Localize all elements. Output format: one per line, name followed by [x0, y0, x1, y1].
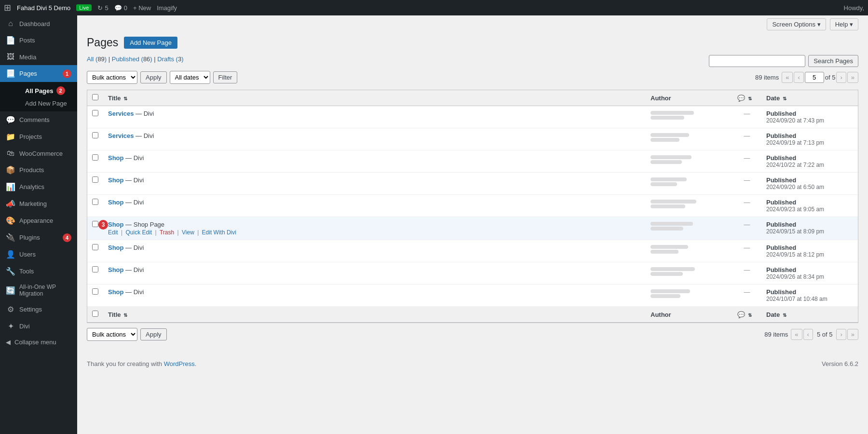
row-action-view[interactable]: View	[182, 229, 194, 236]
all-pages-label: All Pages	[25, 87, 54, 95]
row-checkbox[interactable]	[92, 221, 98, 227]
author-cell	[646, 285, 732, 307]
sidebar-item-projects[interactable]: 📁 Projects	[0, 128, 77, 145]
site-name[interactable]: Fahad Divi 5 Demo	[17, 4, 70, 12]
row-checkbox[interactable]	[92, 176, 98, 183]
products-icon: 📦	[6, 165, 15, 175]
row-checkbox[interactable]	[92, 244, 98, 250]
page-title-link[interactable]: Shop	[108, 244, 124, 251]
page-number-input[interactable]	[805, 72, 824, 83]
sidebar-item-divi[interactable]: ✦ Divi	[0, 318, 77, 335]
sidebar-item-tools[interactable]: 🔧 Tools	[0, 263, 77, 280]
howdy-text: Howdy,	[844, 4, 864, 12]
imagify-link[interactable]: Imagify	[157, 4, 177, 12]
row-action-quick-edit[interactable]: Quick Edit	[125, 229, 152, 236]
page-title-link[interactable]: Shop	[108, 221, 124, 228]
sidebar-item-comments[interactable]: 💬 Comments	[0, 111, 77, 128]
search-input[interactable]	[709, 55, 805, 67]
page-title-link[interactable]: Shop	[108, 176, 124, 184]
page-title-link[interactable]: Shop	[108, 266, 124, 273]
title-header[interactable]: Title ⇅	[103, 90, 646, 106]
add-new-page-button[interactable]: Add New Page	[124, 37, 177, 49]
sidebar-item-users[interactable]: 👤 Users	[0, 246, 77, 263]
prev-page-button[interactable]: ‹	[794, 72, 803, 83]
published-filter-link[interactable]: Published (86)	[112, 55, 152, 63]
row-checkbox[interactable]	[92, 288, 98, 295]
all-filter-link[interactable]: All (89)	[87, 55, 107, 63]
first-page-button[interactable]: «	[782, 72, 793, 83]
next-page-button[interactable]: ›	[836, 72, 846, 83]
footer-comments-sort-icon: ⇅	[748, 312, 752, 318]
version-label: Version 6.6.2	[822, 360, 858, 367]
sidebar-item-products[interactable]: 📦 Products	[0, 162, 77, 178]
updates-link[interactable]: ↻ 5	[97, 4, 108, 12]
comments-link[interactable]: 💬 0	[114, 4, 127, 12]
search-area: Search Pages	[709, 55, 858, 67]
bottom-apply-button[interactable]: Apply	[140, 328, 167, 340]
sidebar-item-pages[interactable]: 📃 Pages 1	[0, 65, 77, 82]
page-title-link[interactable]: Shop	[108, 154, 124, 162]
page-title-link[interactable]: Shop	[108, 288, 124, 296]
row-action-edit[interactable]: Edit	[108, 229, 118, 236]
page-title-row: Pages Add New Page	[87, 36, 858, 49]
updates-icon: ↻	[97, 4, 103, 12]
row-checkbox[interactable]	[92, 266, 98, 272]
bottom-next-page-button[interactable]: ›	[836, 329, 846, 340]
last-page-button[interactable]: »	[847, 72, 858, 83]
sidebar-item-media[interactable]: 🖼 Media	[0, 49, 77, 65]
sidebar-item-allinone[interactable]: 🔄 All-in-One WP Migration	[0, 280, 77, 301]
sidebar-item-marketing[interactable]: 📣 Marketing	[0, 195, 77, 212]
row-checkbox[interactable]	[92, 154, 98, 161]
allinone-icon: 🔄	[6, 286, 15, 295]
bottom-bulk-actions-select[interactable]: Bulk actions	[87, 328, 137, 341]
woo-icon: 🛍	[6, 149, 15, 158]
footer-select-all-checkbox[interactable]	[92, 311, 98, 317]
date-cell: Published2024/09/15 at 8:12 pm	[761, 240, 858, 262]
sidebar-item-woocommerce[interactable]: 🛍 WooCommerce	[0, 145, 77, 162]
date-cell: Published2024/09/19 at 7:13 pm	[761, 128, 858, 150]
select-all-checkbox[interactable]	[92, 94, 98, 100]
drafts-filter-link[interactable]: Drafts (3)	[157, 55, 183, 63]
sidebar-item-posts[interactable]: 📄 Posts	[0, 32, 77, 49]
date-cell: Published2024/09/20 at 6:50 am	[761, 173, 858, 195]
sidebar-item-settings[interactable]: ⚙ Settings	[0, 301, 77, 318]
marketing-icon: 📣	[6, 199, 15, 208]
help-button[interactable]: Help ▾	[830, 18, 858, 30]
sidebar-item-plugins[interactable]: 🔌 Plugins 4	[0, 229, 77, 246]
page-title-link[interactable]: Shop	[108, 199, 124, 206]
collapse-menu[interactable]: ◀ Collapse menu	[0, 335, 77, 350]
comments-sort-icon: ⇅	[748, 96, 752, 101]
new-link[interactable]: + New	[133, 4, 151, 12]
wordpress-link[interactable]: WordPress	[164, 360, 195, 367]
sidebar-sub-all-pages[interactable]: All Pages 2	[19, 84, 77, 97]
footer-title-sort-icon: ⇅	[123, 312, 127, 318]
footer-date-header[interactable]: Date ⇅	[761, 307, 858, 323]
date-header[interactable]: Date ⇅	[761, 90, 858, 106]
pages-table-wrap: Title ⇅ Author 💬 ⇅ Date ⇅	[87, 90, 858, 323]
row-checkbox[interactable]	[92, 110, 98, 116]
row-checkbox[interactable]	[92, 199, 98, 205]
screen-options-button[interactable]: Screen Options ▾	[767, 18, 826, 30]
sidebar-item-appearance[interactable]: 🎨 Appearance	[0, 212, 77, 229]
filter-button[interactable]: Filter	[213, 71, 238, 83]
sidebar-item-analytics[interactable]: 📊 Analytics	[0, 178, 77, 195]
bottom-prev-page-button[interactable]: ‹	[803, 329, 813, 340]
bottom-filter-row: Bulk actions Apply 89 items « ‹ 5 of 5 ›…	[87, 328, 858, 341]
sidebar-label-users: Users	[19, 251, 36, 258]
sidebar-item-dashboard[interactable]: ⌂ Dashboard	[0, 15, 77, 32]
apply-button[interactable]: Apply	[140, 71, 167, 83]
row-action-trash[interactable]: Trash	[160, 229, 174, 236]
author-cell	[646, 106, 732, 128]
bulk-actions-select[interactable]: Bulk actions	[87, 71, 137, 84]
table-row: Shop — Shop PageEdit | Quick Edit | Tras…	[87, 217, 858, 240]
row-action-edit-with-divi[interactable]: Edit With Divi	[202, 229, 236, 236]
page-title-link[interactable]: Services	[108, 132, 134, 139]
footer-title-header[interactable]: Title ⇅	[103, 307, 646, 323]
date-filter-select[interactable]: All dates	[170, 71, 210, 84]
bottom-first-page-button[interactable]: «	[791, 329, 802, 340]
bottom-last-page-button[interactable]: »	[847, 329, 858, 340]
row-checkbox[interactable]	[92, 132, 98, 138]
sidebar-sub-add-new-page[interactable]: Add New Page	[19, 97, 77, 109]
page-title-link[interactable]: Services	[108, 110, 134, 117]
search-pages-button[interactable]: Search Pages	[808, 55, 858, 67]
